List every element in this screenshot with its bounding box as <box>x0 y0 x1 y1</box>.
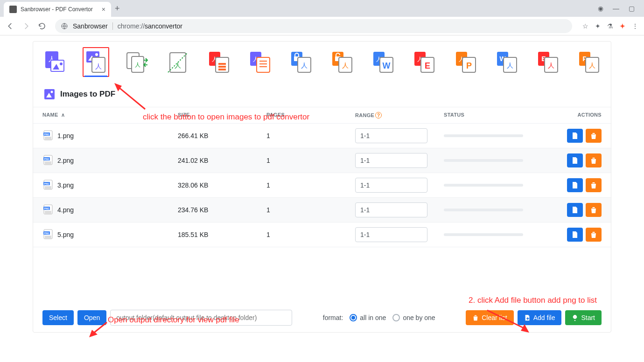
puzzle-icon[interactable]: ✦ <box>620 22 625 30</box>
table-row: PNG 1.png 266.41 KB 1 <box>33 124 611 148</box>
svg-rect-77 <box>45 186 51 189</box>
status-progress <box>444 184 523 187</box>
new-tab-button[interactable]: + <box>115 4 120 14</box>
tool-extract-pdf[interactable]: 人 <box>165 47 191 77</box>
start-button[interactable]: Start <box>565 310 602 325</box>
window-minimize-icon[interactable]: — <box>613 5 619 12</box>
range-input[interactable] <box>355 227 427 242</box>
preview-button[interactable] <box>567 203 583 217</box>
lab-icon[interactable]: ⚗ <box>607 22 613 30</box>
radio-one-by-one[interactable]: one by one <box>392 314 435 321</box>
tool-split-pdf[interactable]: 人 <box>124 47 150 77</box>
delete-button[interactable] <box>586 129 602 143</box>
table-row: PNG 5.png 185.51 KB 1 <box>33 223 611 247</box>
table-row: PNG 2.png 241.02 KB 1 <box>33 148 611 173</box>
extensions-icon[interactable]: ✦ <box>595 22 601 30</box>
tool-encrypt-pdf[interactable]: 人 <box>288 47 315 77</box>
preview-button[interactable] <box>567 153 583 167</box>
range-input[interactable] <box>355 202 427 217</box>
svg-text:PNG: PNG <box>44 157 49 160</box>
col-size[interactable]: SIZE <box>178 112 266 118</box>
back-button[interactable] <box>6 21 15 31</box>
col-actions: ACTIONS <box>551 112 602 118</box>
svg-text:人: 人 <box>175 62 181 69</box>
svg-text:人: 人 <box>301 62 308 69</box>
tool-ppt-to-pdf[interactable]: 人P <box>453 47 479 77</box>
tool-excel-to-pdf[interactable]: 人E <box>412 47 438 77</box>
delete-button[interactable] <box>586 153 602 167</box>
help-icon[interactable]: ? <box>375 112 382 118</box>
svg-text:PNG: PNG <box>44 132 49 135</box>
tab-favicon <box>9 6 17 13</box>
file-size: 234.76 KB <box>178 206 266 214</box>
col-name[interactable]: NAME∧ <box>42 112 178 118</box>
svg-rect-69 <box>45 137 51 139</box>
preview-button[interactable] <box>567 178 583 192</box>
file-name: 1.png <box>57 132 74 139</box>
image-icon <box>43 88 56 100</box>
status-progress <box>444 134 523 137</box>
trash-icon <box>472 314 479 321</box>
window-maximize-icon[interactable]: ▢ <box>629 5 635 12</box>
browser-tab[interactable]: Sanbrowser - PDF Convertor × <box>4 2 111 17</box>
tab-title: Sanbrowser - PDF Convertor <box>21 6 98 13</box>
col-range: RANGE? <box>355 112 444 118</box>
svg-rect-22 <box>218 69 226 70</box>
tab-close-icon[interactable]: × <box>102 6 105 13</box>
svg-point-65 <box>51 91 53 93</box>
svg-marker-87 <box>521 324 529 333</box>
star-icon[interactable]: ☆ <box>582 22 588 30</box>
svg-line-61 <box>118 87 145 109</box>
reload-button[interactable] <box>37 21 47 31</box>
tool-word-to-pdf[interactable]: 人W <box>371 47 397 77</box>
delete-button[interactable] <box>586 228 602 242</box>
output-folder-input[interactable] <box>110 310 292 326</box>
sort-asc-icon: ∧ <box>61 112 65 118</box>
menu-icon[interactable]: ⋮ <box>632 22 638 30</box>
browser-settings-icon[interactable]: ◉ <box>598 5 603 12</box>
file-pages: 1 <box>266 132 355 139</box>
tool-pdf-to-word[interactable]: W人 <box>494 47 520 77</box>
annotation-arrow-icon <box>483 307 534 335</box>
tool-tabs: 人 人 人 人 人 人 人 人 人W <box>33 42 611 79</box>
svg-line-86 <box>487 310 525 329</box>
tool-pdf-to-excel[interactable]: E人 <box>535 47 561 77</box>
file-name: 4.png <box>57 206 74 214</box>
file-size: 328.06 KB <box>178 181 266 189</box>
range-input[interactable] <box>355 153 427 168</box>
file-name: 2.png <box>57 157 74 164</box>
svg-text:W: W <box>383 61 391 70</box>
address-bar[interactable]: Sanbrowser chrome://sanconvertor <box>55 19 572 33</box>
annotation-arrow-icon <box>112 81 150 114</box>
col-pages[interactable]: PAGES <box>266 112 355 118</box>
png-file-icon: PNG <box>42 130 54 142</box>
svg-text:E: E <box>425 61 430 70</box>
tool-merge-pdf[interactable]: 人 <box>206 47 232 77</box>
svg-rect-81 <box>45 211 51 214</box>
site-name: Sanbrowser <box>73 22 108 30</box>
file-name: 5.png <box>57 231 74 238</box>
tool-image-to-pdf[interactable]: 人 <box>83 47 109 77</box>
svg-text:PNG: PNG <box>44 207 49 209</box>
tool-text-pdf[interactable]: 人 <box>247 47 273 77</box>
forward-button[interactable] <box>21 21 31 31</box>
delete-button[interactable] <box>586 178 602 192</box>
png-file-icon: PNG <box>42 179 54 192</box>
status-progress <box>444 209 523 211</box>
tool-pdf-to-ppt[interactable]: P人 <box>576 47 602 77</box>
select-button[interactable]: Select <box>42 310 74 325</box>
file-pages: 1 <box>266 181 355 189</box>
file-pages: 1 <box>266 206 355 214</box>
preview-button[interactable] <box>567 129 583 143</box>
range-input[interactable] <box>355 178 427 193</box>
svg-point-5 <box>60 63 63 65</box>
radio-all-in-one[interactable]: all in one <box>350 314 386 321</box>
url-text: chrome://sanconvertor <box>118 22 182 30</box>
table-row: PNG 3.png 328.06 KB 1 <box>33 173 611 198</box>
range-input[interactable] <box>355 128 427 143</box>
tool-decrypt-pdf[interactable]: 人 <box>329 47 356 77</box>
delete-button[interactable] <box>586 203 602 217</box>
preview-button[interactable] <box>567 228 583 242</box>
tool-pdf-to-image[interactable]: 人 <box>42 47 68 77</box>
col-status: STATUS <box>444 112 551 118</box>
